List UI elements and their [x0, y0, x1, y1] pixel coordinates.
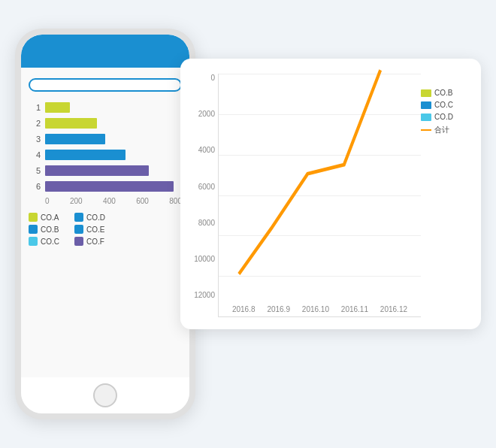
phone-chart-legend: CO.ACO.BCO.CCO.DCO.ECO.F	[29, 213, 182, 246]
x-axis-label: 2016.9	[267, 305, 290, 313]
x-tick: 600	[136, 197, 149, 205]
legend-swatch	[29, 213, 38, 222]
x-tick: 0	[45, 197, 50, 205]
legend-swatch	[74, 213, 83, 222]
phone-title	[29, 78, 182, 92]
phone: 1234560200400600800 CO.ACO.BCO.CCO.DCO.E…	[15, 29, 195, 419]
bar-fill	[45, 165, 149, 176]
chart-main: 120001000080006000400020000 2016.82016.9…	[188, 74, 421, 317]
bar-fill	[45, 118, 97, 129]
home-button[interactable]	[93, 383, 117, 407]
x-axis-labels: 2016.82016.92016.102016.112016.12	[219, 305, 421, 313]
chart-legend-label: CO.C	[434, 101, 453, 109]
bar-fill	[45, 134, 105, 144]
bar-fill	[45, 181, 174, 192]
y-axis-label: 10000	[188, 255, 218, 263]
chart-legend-swatch	[421, 114, 431, 121]
legend-item: CO.E	[74, 225, 105, 234]
bar-track	[45, 102, 182, 113]
chart-legend-swatch	[421, 89, 431, 97]
x-axis-label: 2016.11	[341, 305, 368, 313]
bar-label: 4	[29, 150, 41, 159]
chart-with-legend: 120001000080006000400020000 2016.82016.9…	[188, 74, 466, 317]
legend-item: CO.F	[74, 237, 105, 246]
x-axis: 0200400600800	[45, 197, 182, 205]
y-axis-label: 4000	[188, 146, 218, 154]
chart-legend-swatch	[421, 101, 431, 109]
y-axis-label: 2000	[188, 110, 218, 118]
legend-label: CO.F	[86, 238, 104, 246]
legend-column: CO.ACO.BCO.C	[29, 213, 59, 246]
legend-column: CO.DCO.ECO.F	[74, 213, 105, 246]
legend-item: CO.D	[74, 213, 105, 222]
legend-swatch	[29, 225, 38, 234]
y-axis-labels: 120001000080006000400020000	[188, 74, 218, 317]
phone-bar-row: 6	[29, 181, 182, 192]
chart-legend-line	[421, 129, 431, 131]
phone-bar-row: 3	[29, 134, 182, 144]
bar-label: 1	[29, 103, 41, 112]
chart-legend: CO.BCO.CCO.D合计	[421, 74, 466, 317]
chart-legend-label: CO.D	[434, 113, 453, 121]
legend-label: CO.D	[86, 213, 105, 222]
legend-swatch	[74, 237, 83, 246]
legend-item: CO.B	[29, 225, 59, 234]
chart-legend-item: CO.C	[421, 101, 466, 109]
phone-header	[21, 35, 189, 68]
x-axis-label: 2016.8	[232, 305, 256, 313]
bar-fill	[45, 102, 70, 113]
chart-legend-item: CO.D	[421, 113, 466, 121]
x-axis-label: 2016.12	[380, 305, 407, 313]
phone-bar-row: 4	[29, 150, 182, 160]
chart-legend-label: 合计	[434, 125, 449, 135]
bar-track	[45, 150, 182, 160]
bar-label: 6	[29, 182, 41, 191]
bar-track	[45, 134, 182, 144]
chart-legend-item: CO.B	[421, 89, 466, 97]
x-tick: 400	[103, 197, 116, 205]
legend-label: CO.A	[41, 213, 59, 222]
legend-label: CO.E	[86, 226, 104, 234]
bar-label: 5	[29, 166, 41, 175]
phone-bar-row: 5	[29, 165, 182, 176]
bar-label: 2	[29, 119, 41, 128]
chart-legend-label: CO.B	[434, 89, 452, 97]
chart-inner: 2016.82016.92016.102016.112016.12	[218, 74, 421, 317]
legend-label: CO.C	[41, 238, 59, 246]
y-axis-label: 12000	[188, 291, 218, 299]
bar-track	[45, 181, 182, 192]
y-axis-label: 8000	[188, 219, 218, 227]
x-tick: 200	[70, 197, 83, 205]
scene: 1234560200400600800 CO.ACO.BCO.CCO.DCO.E…	[15, 14, 481, 434]
bar-fill	[45, 150, 126, 160]
legend-item: CO.A	[29, 213, 59, 222]
chart-card: 120001000080006000400020000 2016.82016.9…	[180, 59, 481, 329]
phone-bar-row: 1	[29, 102, 182, 113]
y-axis-label: 6000	[188, 183, 218, 191]
x-axis-label: 2016.10	[302, 305, 329, 313]
legend-swatch	[29, 237, 38, 246]
bar-label: 3	[29, 135, 41, 144]
phone-bar-chart: 1234560200400600800	[29, 102, 182, 205]
bar-track	[45, 118, 182, 129]
phone-bottom	[21, 377, 189, 413]
legend-label: CO.B	[41, 226, 59, 234]
legend-swatch	[74, 225, 83, 234]
legend-item: CO.C	[29, 237, 59, 246]
bars-container	[219, 74, 421, 298]
phone-body: 1234560200400600800 CO.ACO.BCO.CCO.DCO.E…	[21, 68, 189, 377]
phone-bar-row: 2	[29, 118, 182, 129]
chart-legend-item: 合计	[421, 125, 466, 135]
bar-track	[45, 165, 182, 176]
phone-legend-columns: CO.ACO.BCO.CCO.DCO.ECO.F	[29, 213, 105, 246]
y-axis-label: 0	[188, 74, 218, 82]
